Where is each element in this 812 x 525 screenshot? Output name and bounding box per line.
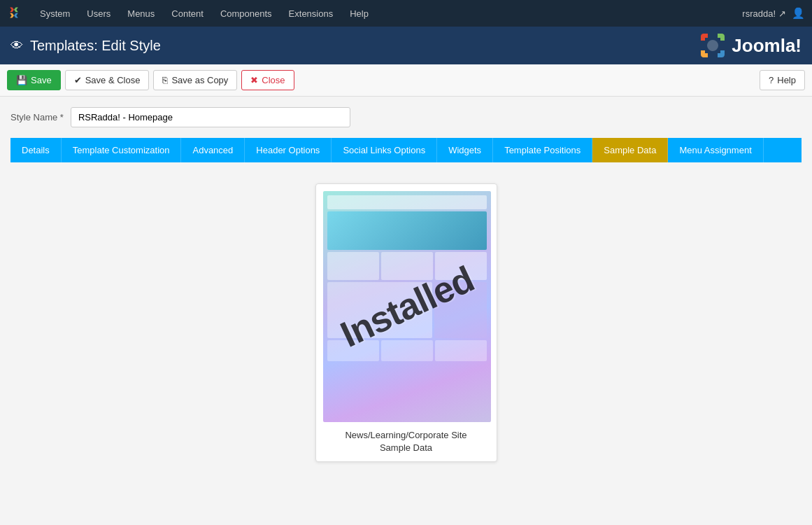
nav-item-system[interactable]: System <box>31 0 78 27</box>
check-icon: ✔ <box>74 75 82 85</box>
preview-content-row <box>327 282 487 338</box>
tab-sample-data[interactable]: Sample Data <box>592 138 668 162</box>
sample-data-card[interactable]: Installed News/Learning/Corporate Site S… <box>315 183 497 462</box>
nav-item-users[interactable]: Users <box>78 0 119 27</box>
sample-data-area: Installed News/Learning/Corporate Site S… <box>10 176 802 469</box>
toolbar: 💾 Save ✔ Save & Close ⎘ Save as Copy ✖ C… <box>0 64 812 97</box>
save-button[interactable]: 💾 Save <box>7 70 61 90</box>
preview-main <box>327 282 432 338</box>
preview-header-bar <box>327 195 487 209</box>
joomla-brand: Joomla! <box>698 31 802 60</box>
preview-side <box>434 282 487 338</box>
tab-widgets[interactable]: Widgets <box>437 138 493 162</box>
preview-footer-block-3 <box>435 340 487 361</box>
eye-icon: 👁 <box>10 38 23 53</box>
content-area: Style Name * Details Template Customizat… <box>0 97 812 479</box>
save-label: Save <box>31 75 52 85</box>
user-icon[interactable]: 👤 <box>792 7 805 20</box>
preview-footer-block-1 <box>327 340 379 361</box>
preview-background: Installed <box>323 191 491 422</box>
preview-cards-row <box>327 252 487 280</box>
nav-item-components[interactable]: Components <box>212 0 280 27</box>
tab-template-positions[interactable]: Template Positions <box>493 138 592 162</box>
save-and-close-button[interactable]: ✔ Save & Close <box>65 70 150 90</box>
sample-card-title: News/Learning/Corporate Site Sample Data <box>323 429 490 454</box>
nav-items: System Users Menus Content Components Ex… <box>31 0 742 27</box>
joomla-x-icon[interactable] <box>7 6 21 22</box>
required-marker: * <box>60 112 64 122</box>
tab-details[interactable]: Details <box>10 138 62 162</box>
nav-item-menus[interactable]: Menus <box>119 0 163 27</box>
page-title: Templates: Edit Style <box>30 38 698 54</box>
help-button[interactable]: ? Help <box>760 70 805 90</box>
joomla-flower-icon <box>698 31 727 60</box>
save-as-copy-label: Save as Copy <box>171 75 228 85</box>
preview-hero <box>327 211 487 250</box>
sample-card-image: Installed <box>323 191 491 422</box>
save-icon: 💾 <box>16 75 27 85</box>
nav-item-content[interactable]: Content <box>163 0 212 27</box>
preview-footer-block-2 <box>381 340 433 361</box>
style-name-label: Style Name * <box>10 112 64 122</box>
close-x-icon: ✖ <box>250 75 258 85</box>
username-label: rsradda! <box>742 8 776 19</box>
user-link[interactable]: rsradda! ↗ <box>742 8 786 19</box>
tabs-bar: Details Template Customization Advanced … <box>10 138 802 162</box>
close-label: Close <box>262 75 285 85</box>
close-button[interactable]: ✖ Close <box>241 70 294 90</box>
preview-footer-row <box>327 340 487 361</box>
tab-social-links-options[interactable]: Social Links Options <box>332 138 437 162</box>
tab-header-options[interactable]: Header Options <box>245 138 332 162</box>
preview-card-1 <box>327 252 379 280</box>
top-navbar: System Users Menus Content Components Ex… <box>0 0 812 27</box>
save-as-copy-button[interactable]: ⎘ Save as Copy <box>153 70 237 90</box>
nav-right: rsradda! ↗ 👤 <box>742 7 805 20</box>
external-link-icon: ↗ <box>778 8 786 19</box>
preview-card-3 <box>435 252 487 280</box>
style-name-row: Style Name * <box>10 107 802 127</box>
nav-item-help[interactable]: Help <box>341 0 377 27</box>
tab-template-customization[interactable]: Template Customization <box>62 138 182 162</box>
save-and-close-label: Save & Close <box>85 75 141 85</box>
nav-item-extensions[interactable]: Extensions <box>280 0 342 27</box>
preview-card-2 <box>381 252 433 280</box>
help-icon: ? <box>769 75 774 85</box>
help-label: Help <box>777 75 796 85</box>
joomla-brand-text: Joomla! <box>732 35 802 57</box>
page-header: 👁 Templates: Edit Style Joomla! <box>0 27 812 64</box>
preview-inner <box>323 191 491 422</box>
copy-icon: ⎘ <box>162 75 168 85</box>
tab-advanced[interactable]: Advanced <box>181 138 245 162</box>
tab-menu-assignment[interactable]: Menu Assignment <box>668 138 763 162</box>
style-name-input[interactable] <box>71 107 350 127</box>
